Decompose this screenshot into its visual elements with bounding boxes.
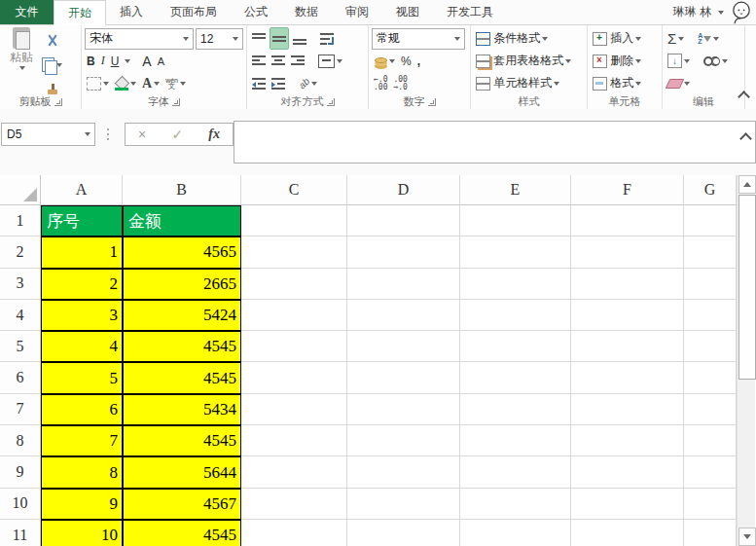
fill-button[interactable]: ↓ — [666, 51, 692, 71]
cell-D5[interactable] — [347, 331, 460, 362]
decrease-indent-button[interactable] — [250, 73, 268, 93]
cell-B1[interactable]: 金额 — [123, 205, 241, 237]
cell-E4[interactable] — [460, 300, 571, 331]
fill-color-button[interactable] — [113, 73, 138, 93]
cell-F4[interactable] — [571, 300, 684, 331]
cell-A5[interactable]: 4 — [41, 331, 123, 362]
find-select-button[interactable] — [702, 51, 730, 71]
increase-indent-button[interactable] — [270, 73, 287, 93]
cell-A10[interactable]: 9 — [41, 489, 123, 520]
cell-B2[interactable]: 4565 — [123, 237, 241, 268]
cell-E8[interactable] — [460, 425, 571, 456]
cell-B5[interactable]: 4545 — [123, 331, 241, 362]
italic-button[interactable]: I — [99, 51, 107, 71]
cell-F3[interactable] — [571, 269, 684, 300]
cell-B6[interactable]: 4545 — [123, 362, 241, 393]
cell-F8[interactable] — [571, 425, 684, 456]
number-dialog-launcher[interactable] — [428, 98, 436, 106]
cell-C8[interactable] — [241, 425, 347, 456]
row-header-10[interactable]: 10 — [0, 489, 41, 520]
row-header-2[interactable]: 2 — [0, 237, 41, 268]
tab-6[interactable]: 视图 — [382, 0, 433, 24]
align-center-button[interactable] — [270, 51, 287, 71]
column-header-G[interactable]: G — [684, 175, 737, 205]
cell-D4[interactable] — [347, 300, 460, 331]
cell-E7[interactable] — [460, 394, 571, 425]
cell-C2[interactable] — [241, 237, 347, 268]
cell-A8[interactable]: 7 — [41, 425, 123, 456]
cell-F6[interactable] — [571, 362, 684, 393]
cell-C4[interactable] — [241, 300, 347, 331]
tab-file[interactable]: 文件 — [0, 0, 54, 24]
user-dropdown-icon[interactable] — [718, 11, 724, 15]
cell-G1[interactable] — [684, 205, 737, 237]
underline-button[interactable]: U — [109, 51, 122, 71]
column-header-A[interactable]: A — [41, 175, 123, 205]
cell-E11[interactable] — [460, 520, 571, 546]
cell-C6[interactable] — [241, 362, 347, 393]
name-box[interactable]: D5 — [1, 123, 95, 146]
cell-G3[interactable] — [684, 269, 737, 300]
cell-A1[interactable]: 序号 — [41, 205, 123, 237]
cell-E3[interactable] — [460, 269, 571, 300]
cell-E2[interactable] — [460, 237, 571, 268]
underline-dropdown-icon[interactable] — [125, 59, 130, 63]
cell-A6[interactable]: 5 — [41, 362, 123, 393]
cell-B10[interactable]: 4567 — [123, 489, 241, 520]
formula-bar-input[interactable] — [234, 121, 756, 164]
cancel-entry-button[interactable]: × — [138, 127, 146, 142]
column-header-D[interactable]: D — [347, 175, 460, 205]
cell-D11[interactable] — [347, 520, 460, 546]
row-header-5[interactable]: 5 — [0, 331, 41, 362]
sort-filter-button[interactable]: AZ — [696, 28, 721, 49]
merge-center-button[interactable] — [316, 51, 344, 71]
font-color-button[interactable]: A — [140, 73, 162, 93]
font-name-combo[interactable]: 宋体 — [85, 28, 194, 50]
cell-A11[interactable]: 10 — [41, 520, 123, 546]
cell-B7[interactable]: 5434 — [123, 394, 241, 425]
bold-button[interactable]: B — [85, 51, 97, 71]
delete-cells-button[interactable]: 删除 — [591, 51, 643, 71]
align-middle-button[interactable] — [270, 27, 289, 50]
cell-E1[interactable] — [460, 205, 571, 237]
align-bottom-button[interactable] — [291, 28, 308, 49]
cell-B11[interactable]: 4545 — [123, 520, 241, 546]
cell-A3[interactable]: 2 — [41, 269, 123, 300]
cell-F5[interactable] — [571, 331, 684, 362]
confirm-entry-button[interactable]: ✓ — [171, 127, 183, 142]
cell-styles-button[interactable]: 单元格样式 — [474, 73, 561, 93]
cell-F9[interactable] — [571, 456, 684, 488]
cell-C1[interactable] — [241, 205, 347, 237]
row-header-1[interactable]: 1 — [0, 205, 41, 237]
comma-style-button[interactable]: , — [415, 51, 422, 71]
cell-E9[interactable] — [460, 456, 571, 488]
cell-B3[interactable]: 2665 — [123, 269, 241, 300]
cell-A2[interactable]: 1 — [41, 237, 123, 268]
cell-A7[interactable]: 6 — [41, 394, 123, 425]
clear-button[interactable] — [666, 73, 692, 93]
borders-button[interactable] — [85, 73, 111, 93]
row-header-8[interactable]: 8 — [0, 425, 41, 456]
grow-font-button[interactable]: A — [140, 51, 153, 71]
cell-A9[interactable]: 8 — [41, 456, 123, 488]
percent-style-button[interactable]: % — [399, 51, 414, 71]
tab-1[interactable]: 插入 — [106, 0, 157, 24]
paste-dropdown-icon[interactable] — [19, 66, 25, 70]
cell-D9[interactable] — [347, 456, 460, 488]
row-header-4[interactable]: 4 — [0, 300, 41, 331]
column-header-E[interactable]: E — [460, 175, 571, 205]
cell-D3[interactable] — [347, 269, 460, 300]
cell-C10[interactable] — [241, 489, 347, 520]
scrollbar-thumb[interactable] — [738, 195, 756, 380]
cut-button[interactable] — [40, 30, 64, 51]
autosum-button[interactable]: Σ — [666, 28, 686, 49]
cell-C7[interactable] — [241, 394, 347, 425]
format-as-table-button[interactable]: 套用表格格式 — [474, 51, 573, 71]
cell-G4[interactable] — [684, 300, 737, 331]
orientation-button[interactable]: ab — [297, 73, 319, 93]
column-header-B[interactable]: B — [123, 175, 241, 205]
clipboard-dialog-launcher[interactable] — [54, 98, 62, 106]
user-account-area[interactable]: 琳琳 林 — [673, 0, 756, 24]
cell-G2[interactable] — [684, 237, 737, 268]
cell-B9[interactable]: 5644 — [123, 456, 241, 488]
